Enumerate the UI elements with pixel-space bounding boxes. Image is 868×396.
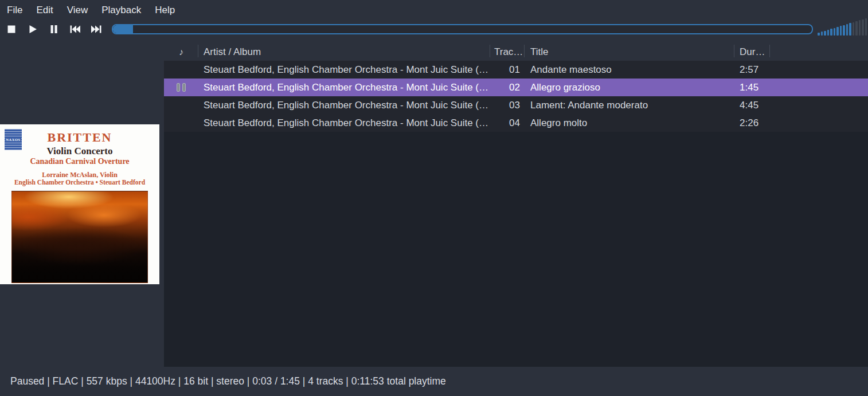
playlist-empty-area[interactable]: [164, 132, 868, 367]
track-number: 03: [490, 100, 525, 111]
volume-bar-segment: [855, 21, 858, 36]
track-list: Steuart Bedford, English Chamber Orchest…: [164, 61, 868, 132]
menu-item-playback[interactable]: Playback: [95, 0, 148, 20]
volume-bar[interactable]: [818, 20, 868, 38]
main-area: NAXOS BRITTEN Violin Concerto Canadian C…: [0, 38, 868, 367]
track-row[interactable]: Steuart Bedford, English Chamber Orchest…: [164, 79, 868, 96]
music-player-window: FileEditViewPlaybackHelp NAXOS BRITTEN: [0, 0, 868, 396]
track-duration: 4:45: [734, 100, 770, 111]
track-artist-album: Steuart Bedford, English Chamber Orchest…: [198, 117, 490, 129]
volume-bar-segment: [853, 22, 855, 36]
menu-item-edit[interactable]: Edit: [29, 0, 60, 20]
playback-toolbar: [0, 20, 868, 38]
volume-bar-segment: [849, 23, 851, 36]
track-artist-album: Steuart Bedford, English Chamber Orchest…: [198, 82, 490, 93]
track-artist-album: Steuart Bedford, English Chamber Orchest…: [198, 100, 490, 111]
menu-bar: FileEditViewPlaybackHelp: [0, 0, 868, 20]
track-state-cell: [164, 83, 198, 92]
track-number: 01: [490, 64, 525, 76]
play-icon: [28, 24, 38, 34]
pause-icon: [164, 83, 198, 92]
music-note-icon: ♪: [179, 47, 183, 57]
column-header-title[interactable]: Title: [525, 43, 734, 61]
column-header-playing-icon[interactable]: ♪: [164, 43, 198, 61]
pause-button[interactable]: [43, 20, 64, 38]
volume-bar-segment: [846, 24, 849, 36]
skip-next-icon: [91, 24, 102, 34]
stop-button[interactable]: [1, 20, 22, 38]
track-title: Lament: Andante moderato: [525, 100, 734, 111]
album-composer: BRITTEN: [0, 131, 159, 144]
track-row[interactable]: Steuart Bedford, English Chamber Orchest…: [164, 61, 868, 79]
volume-bar-segment: [836, 27, 839, 36]
column-header-track[interactable]: Trac…: [490, 43, 525, 61]
naxos-logo: NAXOS: [5, 129, 22, 150]
track-title: Andante maestoso: [525, 64, 734, 76]
album-performer: Lorraine McAslan, Violin: [0, 171, 159, 179]
playlist-header: ♪ Artist / Album Trac… Title Dur…: [164, 38, 868, 61]
play-button[interactable]: [22, 20, 43, 38]
playlist: ♪ Artist / Album Trac… Title Dur… Steuar…: [164, 38, 868, 367]
track-duration: 2:26: [734, 117, 770, 129]
volume-bar-segment: [821, 32, 823, 36]
volume-bar-segment: [818, 33, 820, 36]
album-subtitle: Canadian Carnival Overture: [0, 157, 159, 166]
skip-previous-icon: [69, 24, 81, 34]
track-duration: 2:57: [734, 64, 770, 76]
volume-bar-segment: [824, 31, 826, 36]
volume-bar-segment: [840, 26, 842, 36]
track-title: Allegro grazioso: [525, 82, 734, 93]
album-art: NAXOS BRITTEN Violin Concerto Canadian C…: [0, 124, 159, 284]
album-title: Violin Concerto: [0, 146, 159, 157]
seek-bar[interactable]: [112, 24, 813, 34]
stop-icon: [6, 24, 17, 34]
previous-button[interactable]: [64, 20, 85, 38]
status-bar: Paused | FLAC | 557 kbps | 44100Hz | 16 …: [0, 367, 868, 396]
column-header-filler: [770, 43, 868, 61]
album-cover-photo: [11, 191, 148, 283]
track-title: Allegro molto: [525, 117, 734, 129]
volume-bar-segment: [843, 25, 845, 36]
pause-icon: [49, 24, 59, 34]
volume-bar-segment: [865, 18, 867, 36]
album-orchestra: English Chamber Orchestra • Steuart Bedf…: [0, 179, 159, 187]
status-text: Paused | FLAC | 557 kbps | 44100Hz | 16 …: [10, 375, 446, 387]
volume-bar-segment: [830, 29, 832, 36]
track-row[interactable]: Steuart Bedford, English Chamber Orchest…: [164, 96, 868, 114]
album-art-panel: NAXOS BRITTEN Violin Concerto Canadian C…: [0, 38, 164, 367]
column-header-artist-album[interactable]: Artist / Album: [198, 43, 490, 61]
volume-bar-segment: [827, 30, 830, 36]
volume-bar-segment: [859, 20, 861, 36]
track-duration: 1:45: [734, 82, 770, 93]
track-number: 02: [490, 82, 525, 93]
menu-item-help[interactable]: Help: [148, 0, 182, 20]
next-button[interactable]: [85, 20, 107, 38]
menu-item-view[interactable]: View: [60, 0, 95, 20]
track-row[interactable]: Steuart Bedford, English Chamber Orchest…: [164, 114, 868, 132]
menu-item-file[interactable]: File: [0, 0, 29, 20]
volume-bar-segment: [834, 28, 836, 36]
column-header-duration[interactable]: Dur…: [734, 43, 770, 61]
track-number: 04: [490, 117, 525, 129]
seek-bar-fill: [113, 25, 133, 33]
track-artist-album: Steuart Bedford, English Chamber Orchest…: [198, 64, 490, 76]
volume-bar-segment: [862, 19, 864, 36]
